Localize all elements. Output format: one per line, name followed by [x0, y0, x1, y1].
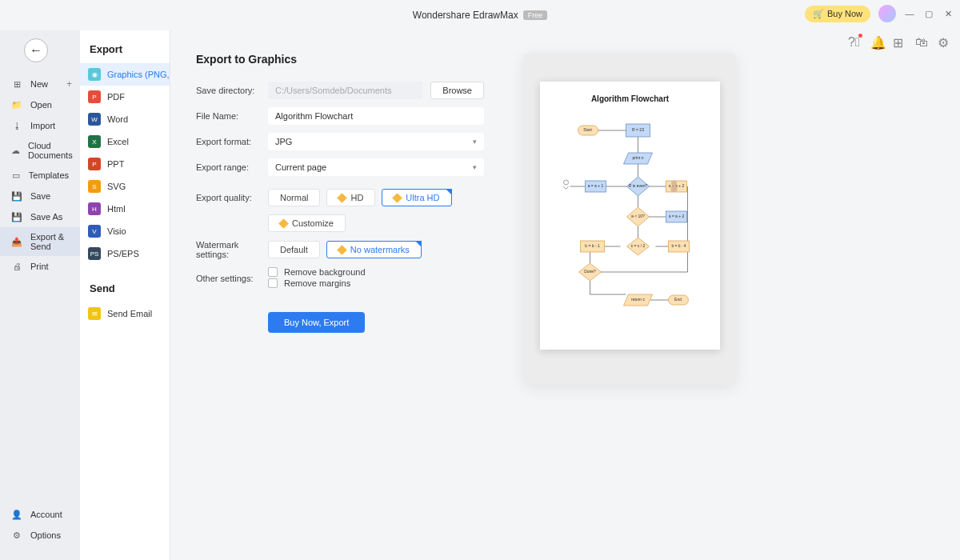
sidebar-item-import[interactable]: ⭳Import	[0, 115, 80, 136]
cart-small-icon[interactable]: 🛍	[915, 35, 928, 48]
form-heading: Export to Graphics	[196, 53, 484, 66]
gear-icon[interactable]: ⚙	[938, 35, 950, 48]
folder-icon: 📁	[11, 99, 22, 110]
svg-rect-30	[671, 186, 678, 192]
export-item-word[interactable]: WWord	[80, 108, 170, 130]
watermark-default-button[interactable]: Default	[268, 241, 320, 258]
export-item-html[interactable]: HHtml	[80, 198, 170, 220]
send-item-label: Send Email	[107, 309, 152, 318]
bell-icon[interactable]: 🔔	[870, 35, 883, 48]
preview-panel: Algorithm Flowchart .r-blue{fill:#c3d9f5…	[524, 53, 736, 385]
sidebar-item-account[interactable]: 👤Account	[0, 504, 80, 525]
sidebar-item-cloud[interactable]: ☁Cloud Documents	[0, 136, 80, 165]
sidebar-item-open[interactable]: 📁Open	[0, 94, 80, 115]
export-quality-label: Export quality:	[196, 193, 268, 202]
plus-icon[interactable]: +	[66, 78, 72, 90]
watermark-none-button[interactable]: No watermarks	[326, 241, 422, 258]
export-item-excel[interactable]: XExcel	[80, 130, 170, 153]
excel-file-icon: X	[88, 135, 101, 148]
sidebar-item-label: Options	[30, 530, 61, 540]
close-button[interactable]: ✕	[942, 8, 954, 19]
sidebar-item-print[interactable]: 🖨Print	[0, 256, 80, 277]
quality-customize-label: Customize	[292, 218, 334, 228]
diamond-icon	[337, 245, 347, 255]
sidebar-item-export[interactable]: 📤Export & Send	[0, 227, 80, 256]
quality-normal-label: Normal	[280, 193, 308, 202]
back-button[interactable]: ←	[24, 38, 48, 62]
svg-file-icon: S	[88, 180, 101, 193]
corner-icon	[446, 189, 452, 195]
title-bar: Wondershare EdrawMax Free 🛒 Buy Now — ▢ …	[0, 0, 960, 30]
save-icon: 💾	[11, 190, 22, 202]
help-icon[interactable]: ?⃝	[848, 35, 861, 48]
remove-bg-checkbox[interactable]: Remove background	[268, 267, 366, 277]
export-format-value: JPG	[275, 137, 292, 146]
plus-box-icon: ⊞	[11, 78, 22, 90]
sidebar-item-new[interactable]: ⊞New+	[0, 74, 80, 94]
watermark-default-label: Default	[280, 245, 308, 254]
quality-customize-button[interactable]: Customize	[268, 214, 346, 232]
avatar[interactable]	[878, 5, 896, 22]
svg-text:a = a + 2: a = a + 2	[669, 214, 685, 218]
sidebar-item-saveas[interactable]: 💾Save As	[0, 206, 80, 227]
svg-text:b = b - 1: b = b - 1	[585, 243, 600, 248]
svg-text:return c: return c	[631, 297, 645, 302]
image-file-icon: ◉	[88, 68, 101, 81]
grid-icon[interactable]: ⊞	[893, 35, 906, 48]
export-form: Export to Graphics Save directory: Brows…	[196, 53, 484, 538]
quality-ultrahd-button[interactable]: Ultra HD	[382, 189, 451, 206]
browse-button[interactable]: Browse	[430, 82, 484, 99]
svg-text:a < 10?: a < 10?	[631, 214, 645, 218]
export-item-ppt[interactable]: PPPT	[80, 153, 170, 175]
svg-text:Done?: Done?	[584, 269, 596, 274]
export-item-label: Word	[107, 114, 128, 124]
export-submit-button[interactable]: Buy Now, Export	[268, 312, 365, 333]
export-range-select[interactable]: Current page	[268, 158, 484, 176]
export-item-label: Excel	[107, 137, 129, 146]
export-item-label: Html	[107, 204, 126, 214]
print-icon: 🖨	[11, 261, 22, 272]
html-file-icon: H	[88, 202, 101, 215]
quality-hd-button[interactable]: HD	[326, 189, 375, 206]
sidebar-item-label: Export & Send	[30, 232, 69, 251]
export-range-label: Export range:	[196, 162, 268, 172]
sidebar-item-options[interactable]: ⚙Options	[0, 525, 80, 546]
svg-text:End: End	[674, 297, 682, 302]
sidebar-item-save[interactable]: 💾Save	[0, 186, 80, 206]
export-item-graphics[interactable]: ◉Graphics (PNG, JPG e...	[80, 63, 170, 86]
export-item-ps[interactable]: PSPS/EPS	[80, 242, 170, 265]
remove-bg-label: Remove background	[284, 267, 366, 277]
export-item-visio[interactable]: VVisio	[80, 220, 170, 242]
saveas-icon: 💾	[11, 211, 22, 222]
visio-file-icon: V	[88, 225, 101, 238]
flowchart-preview: .r-blue{fill:#c3d9f5;stroke:#6a8fc7;stro…	[550, 114, 710, 338]
preview-title: Algorithm Flowchart	[550, 94, 710, 103]
send-heading: Send	[80, 279, 170, 302]
preview-page: Algorithm Flowchart .r-blue{fill:#c3d9f5…	[540, 82, 720, 350]
maximize-button[interactable]: ▢	[923, 8, 934, 19]
svg-text:c = c / 2: c = c / 2	[631, 243, 646, 248]
export-item-pdf[interactable]: PPDF	[80, 86, 170, 108]
remove-margins-checkbox[interactable]: Remove margins	[268, 278, 350, 288]
quality-ultra-label: Ultra HD	[406, 193, 439, 202]
file-name-input[interactable]	[268, 107, 484, 125]
quality-hd-label: HD	[350, 193, 363, 202]
export-item-svg[interactable]: SSVG	[80, 175, 170, 198]
sidebar-item-label: Print	[30, 262, 49, 271]
send-item-email[interactable]: ✉Send Email	[80, 302, 170, 325]
ppt-file-icon: P	[88, 158, 101, 170]
minimize-button[interactable]: —	[904, 8, 915, 19]
ps-file-icon: PS	[88, 247, 101, 260]
export-item-label: Visio	[107, 226, 126, 236]
app-title-text: Wondershare EdrawMax	[413, 10, 518, 21]
word-file-icon: W	[88, 113, 101, 126]
sidebar-main: ← ⊞New+ 📁Open ⭳Import ☁Cloud Documents ▭…	[0, 30, 80, 560]
sidebar-item-templates[interactable]: ▭Templates	[0, 165, 80, 186]
quality-normal-button[interactable]: Normal	[268, 189, 320, 206]
diamond-icon	[338, 193, 348, 203]
export-format-select[interactable]: JPG	[268, 133, 484, 150]
buy-now-button[interactable]: 🛒 Buy Now	[805, 6, 870, 22]
export-item-label: SVG	[107, 182, 126, 191]
corner-icon	[415, 241, 422, 247]
save-dir-input[interactable]	[268, 82, 422, 99]
